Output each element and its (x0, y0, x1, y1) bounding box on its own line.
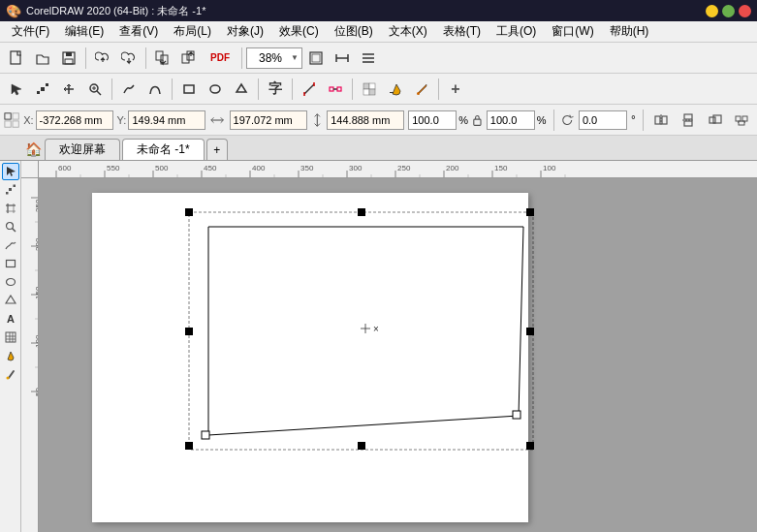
window-controls[interactable] (706, 5, 751, 17)
height-input[interactable] (327, 110, 404, 130)
handle-mr[interactable] (526, 328, 534, 335)
new-button[interactable] (4, 46, 29, 71)
svg-rect-6 (182, 54, 189, 63)
w-pct-input[interactable] (408, 110, 457, 130)
zoom-tool-button[interactable] (82, 77, 108, 102)
handle-bc[interactable] (358, 442, 365, 450)
handle-ml[interactable] (185, 328, 193, 335)
minimize-btn[interactable] (706, 5, 718, 17)
menu-item-c[interactable]: 效果(C) (271, 21, 327, 42)
zoom-control[interactable]: 38% ▼ (246, 47, 302, 69)
open-button[interactable] (30, 46, 55, 71)
menu-item-v[interactable]: 查看(V) (111, 21, 166, 42)
mirror-v-button[interactable] (677, 108, 700, 133)
tab-welcome[interactable]: 欢迎屏幕 (45, 139, 120, 160)
options-button[interactable] (356, 46, 381, 71)
freehand-tool-button[interactable] (116, 77, 142, 102)
svg-rect-18 (37, 91, 40, 94)
mirror-h-button[interactable] (650, 108, 674, 133)
cloud-export-button[interactable] (116, 46, 142, 71)
h-pct-input[interactable] (487, 110, 535, 130)
handle-open-br[interactable] (513, 411, 520, 419)
cloud-import-button[interactable] (90, 46, 115, 71)
svg-rect-129 (92, 193, 528, 522)
handle-bl[interactable] (185, 442, 193, 450)
add-tab-button[interactable]: + (206, 139, 228, 160)
ellipse-draw-tool[interactable] (2, 273, 19, 291)
handle-tc[interactable] (358, 208, 365, 216)
import-button[interactable] (150, 46, 175, 71)
handle-tl[interactable] (185, 208, 193, 216)
freehand-draw-tool[interactable] (2, 236, 19, 254)
text-draw-tool[interactable]: A (2, 310, 19, 328)
fit-page-button[interactable] (303, 46, 329, 71)
canvas-page[interactable]: × (39, 178, 757, 532)
svg-rect-26 (184, 85, 194, 93)
menu-item-x[interactable]: 文本(X) (381, 21, 435, 42)
maximize-btn[interactable] (722, 5, 735, 17)
x-input[interactable] (36, 110, 113, 130)
separator-p2 (643, 110, 644, 131)
save-button[interactable] (56, 46, 81, 71)
pick-tool[interactable] (2, 163, 19, 180)
menu-item-f[interactable]: 文件(F) (4, 21, 57, 42)
home-button[interactable]: 🏠 (23, 139, 43, 160)
checkerboard-tool-button[interactable] (357, 77, 382, 102)
handle-open-bl[interactable] (202, 431, 209, 439)
svg-text:250: 250 (397, 164, 411, 172)
menu-item-o[interactable]: 工具(O) (489, 21, 544, 42)
arrange-button[interactable] (704, 108, 727, 133)
svg-rect-9 (312, 54, 320, 62)
svg-rect-38 (369, 89, 375, 95)
width-input[interactable] (230, 110, 307, 130)
zoom-dropdown-arrow[interactable]: ▼ (291, 53, 299, 62)
zoom-view-tool[interactable] (2, 218, 19, 235)
menu-item-w[interactable]: 窗口(W) (544, 21, 601, 42)
close-btn[interactable] (739, 5, 751, 17)
menu-item-e[interactable]: 编辑(E) (57, 21, 111, 42)
dimension-tool-button[interactable] (297, 77, 322, 102)
node-tool-button[interactable] (30, 77, 55, 102)
node-edit-tool[interactable] (2, 181, 19, 199)
svg-marker-16 (12, 84, 21, 95)
handle-br[interactable] (526, 442, 534, 450)
transform-tool-button[interactable] (56, 77, 81, 102)
fill-paint-tool[interactable] (2, 347, 19, 364)
menu-item-h[interactable]: 帮助(H) (602, 21, 657, 42)
canvas-area[interactable]: 600 550 500 450 400 350 300 250 (21, 161, 757, 532)
polygon-tool-button[interactable] (229, 77, 254, 102)
lock-icon[interactable] (472, 113, 483, 127)
tab-document[interactable]: 未命名 -1* (122, 139, 205, 160)
crop-tool[interactable] (2, 200, 19, 217)
menu-item-l[interactable]: 布局(L) (166, 21, 219, 42)
y-field: Y: (117, 110, 206, 130)
table-draw-tool[interactable] (2, 329, 19, 346)
connector-tool-button[interactable] (323, 77, 348, 102)
polygon-draw-tool[interactable] (2, 292, 19, 309)
drawing-canvas[interactable]: × (39, 178, 757, 532)
publish-pdf-button[interactable]: PDF (203, 46, 237, 71)
angle-input[interactable] (579, 110, 627, 130)
separator-t3 (258, 78, 259, 100)
ellipse-tool-button[interactable] (203, 77, 228, 102)
color-eyedropper-tool[interactable] (2, 365, 19, 383)
menu-item-b[interactable]: 位图(B) (327, 21, 381, 42)
property-bar: X: Y: % % ° (0, 105, 757, 136)
add-tool-button[interactable]: + (443, 77, 468, 102)
bezier-tool-button[interactable] (142, 77, 168, 102)
text-tool-button[interactable]: 字 (263, 77, 288, 102)
y-input[interactable] (128, 110, 205, 130)
menu-item-t[interactable]: 表格(T) (435, 21, 489, 42)
fill-tool-button[interactable] (383, 77, 408, 102)
svg-text:400: 400 (252, 164, 266, 172)
select-tool-button[interactable] (4, 77, 29, 102)
rect-tool-button[interactable] (176, 77, 202, 102)
export-button[interactable] (176, 46, 202, 71)
handle-tr[interactable] (526, 208, 534, 216)
color-picker-button[interactable] (409, 77, 434, 102)
fit-width-button[interactable] (330, 46, 355, 71)
svg-marker-61 (7, 167, 16, 176)
group-button[interactable] (730, 108, 753, 133)
menu-item-j[interactable]: 对象(J) (219, 21, 271, 42)
rect-draw-tool[interactable] (2, 255, 19, 272)
